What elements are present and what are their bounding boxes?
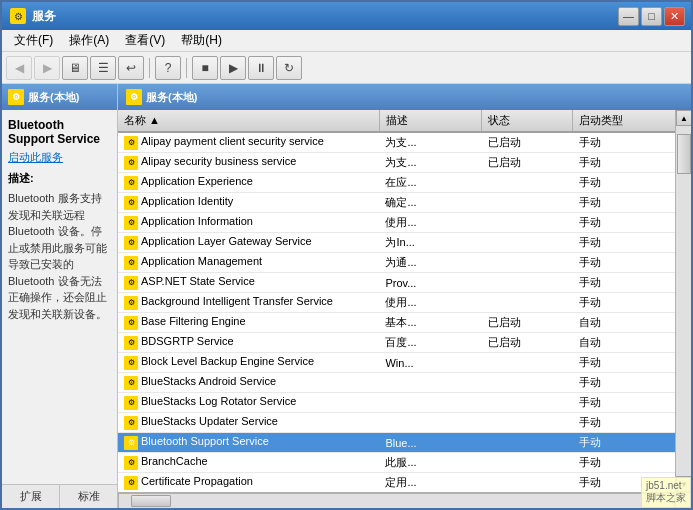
service-name-cell: ⚙BlueStacks Android Service xyxy=(118,373,379,393)
menu-item-H[interactable]: 帮助(H) xyxy=(173,30,230,51)
sidebar-desc-text: Bluetooth 服务支持发现和关联远程 Bluetooth 设备。停止或禁用… xyxy=(8,190,111,322)
service-startup-cell: 自动 xyxy=(573,333,675,353)
service-status-cell xyxy=(482,273,573,293)
services-panel: ⚙ 服务(本地) 名称 ▲ 描述 状态 启动类型 xyxy=(118,84,691,508)
table-row[interactable]: ⚙Base Filtering Engine基本...已启动自动 xyxy=(118,313,675,333)
tab-expand[interactable]: 扩展 xyxy=(2,485,60,508)
service-icon: ⚙ xyxy=(124,436,138,450)
tab-standard[interactable]: 标准 xyxy=(60,485,117,508)
scroll-thumb[interactable] xyxy=(677,134,691,174)
service-icon: ⚙ xyxy=(124,236,138,250)
restart-button[interactable]: ↻ xyxy=(276,56,302,80)
table-row[interactable]: ⚙BranchCache此服...手动 xyxy=(118,453,675,473)
table-row[interactable]: ⚙Application Management为通...手动 xyxy=(118,253,675,273)
service-desc-cell: Blue... xyxy=(379,433,481,453)
service-status-cell xyxy=(482,173,573,193)
computer-button[interactable]: 🖥 xyxy=(62,56,88,80)
back-button[interactable]: ◀ xyxy=(6,56,32,80)
table-row[interactable]: ⚙BlueStacks Log Rotator Service手动 xyxy=(118,393,675,413)
play-button[interactable]: ▶ xyxy=(220,56,246,80)
table-row[interactable]: ⚙Bluetooth Support ServiceBlue...手动 xyxy=(118,433,675,453)
vertical-scrollbar[interactable]: ▲ ▼ xyxy=(675,110,691,492)
sidebar-icon: ⚙ xyxy=(8,89,24,105)
service-startup-cell: 手动 xyxy=(573,173,675,193)
stop-button[interactable]: ■ xyxy=(192,56,218,80)
toolbar-sep-1 xyxy=(149,58,150,78)
col-header-desc[interactable]: 描述 xyxy=(379,110,481,132)
menu-item-A[interactable]: 操作(A) xyxy=(61,30,117,51)
toolbar-sep-2 xyxy=(186,58,187,78)
service-desc-cell xyxy=(379,393,481,413)
service-icon: ⚙ xyxy=(124,336,138,350)
service-icon: ⚙ xyxy=(124,376,138,390)
service-status-cell xyxy=(482,393,573,413)
minimize-button[interactable]: — xyxy=(618,7,639,26)
table-row[interactable]: ⚙Application Layer Gateway Service为In...… xyxy=(118,233,675,253)
service-desc-cell: Prov... xyxy=(379,273,481,293)
table-row[interactable]: ⚙Certificate Propagation定用...手动 xyxy=(118,473,675,493)
service-name-cell: ⚙Background Intelligent Transfer Service xyxy=(118,293,379,313)
menu-item-F[interactable]: 文件(F) xyxy=(6,30,61,51)
table-row[interactable]: ⚙BDSGRTP Service百度...已启动自动 xyxy=(118,333,675,353)
table-row[interactable]: ⚙BlueStacks Updater Service手动 xyxy=(118,413,675,433)
scroll-up-button[interactable]: ▲ xyxy=(676,110,691,126)
menu-item-V[interactable]: 查看(V) xyxy=(117,30,173,51)
h-scroll-thumb[interactable] xyxy=(131,495,171,507)
horizontal-scrollbar[interactable] xyxy=(118,493,675,508)
service-startup-cell: 自动 xyxy=(573,313,675,333)
toolbar: ◀ ▶ 🖥 ☰ ↩ ? ■ ▶ ⏸ ↻ xyxy=(2,52,691,84)
sidebar-service-title: Bluetooth Support Service xyxy=(8,118,111,146)
table-row[interactable]: ⚙Application Identity确定...手动 xyxy=(118,193,675,213)
help-button[interactable]: ? xyxy=(155,56,181,80)
list-button[interactable]: ☰ xyxy=(90,56,116,80)
horizontal-scrollbar-area xyxy=(118,492,691,508)
table-row[interactable]: ⚙Alipay payment client security service为… xyxy=(118,132,675,153)
watermark-line1: jb51.net xyxy=(646,480,686,491)
service-icon: ⚙ xyxy=(124,156,138,170)
pause-button[interactable]: ⏸ xyxy=(248,56,274,80)
service-status-cell xyxy=(482,433,573,453)
table-row[interactable]: ⚙ASP.NET State ServiceProv...手动 xyxy=(118,273,675,293)
service-icon: ⚙ xyxy=(124,296,138,310)
service-status-cell xyxy=(482,413,573,433)
refresh-button[interactable]: ↩ xyxy=(118,56,144,80)
main-content: ⚙ 服务(本地) Bluetooth Support Service 启动此服务… xyxy=(2,84,691,508)
service-name-cell: ⚙BDSGRTP Service xyxy=(118,333,379,353)
service-name-cell: ⚙BlueStacks Log Rotator Service xyxy=(118,393,379,413)
service-status-cell xyxy=(482,453,573,473)
col-header-status[interactable]: 状态 xyxy=(482,110,573,132)
table-row[interactable]: ⚙Application Experience在应...手动 xyxy=(118,173,675,193)
service-desc-cell: 百度... xyxy=(379,333,481,353)
service-icon: ⚙ xyxy=(124,416,138,430)
table-row[interactable]: ⚙Block Level Backup Engine ServiceWin...… xyxy=(118,353,675,373)
service-name-cell: ⚙BlueStacks Updater Service xyxy=(118,413,379,433)
sidebar-header: ⚙ 服务(本地) xyxy=(2,84,117,110)
service-desc-cell: 使用... xyxy=(379,213,481,233)
service-name-cell: ⚙Application Experience xyxy=(118,173,379,193)
service-status-cell xyxy=(482,213,573,233)
close-button[interactable]: ✕ xyxy=(664,7,685,26)
service-desc-cell: 在应... xyxy=(379,173,481,193)
table-row[interactable]: ⚙BlueStacks Android Service手动 xyxy=(118,373,675,393)
service-name-cell: ⚙Application Management xyxy=(118,253,379,273)
start-service-link[interactable]: 启动此服务 xyxy=(8,150,111,165)
table-row[interactable]: ⚙Alipay security business service为支...已启… xyxy=(118,153,675,173)
col-header-startup[interactable]: 启动类型 xyxy=(573,110,675,132)
table-row[interactable]: ⚙Application Information使用...手动 xyxy=(118,213,675,233)
service-name-cell: ⚙Application Information xyxy=(118,213,379,233)
service-startup-cell: 手动 xyxy=(573,153,675,173)
service-desc-cell: 基本... xyxy=(379,313,481,333)
service-startup-cell: 手动 xyxy=(573,293,675,313)
service-status-cell: 已启动 xyxy=(482,333,573,353)
sidebar-desc-title: 描述: xyxy=(8,171,111,186)
forward-button[interactable]: ▶ xyxy=(34,56,60,80)
service-desc-cell xyxy=(379,373,481,393)
service-status-cell: 已启动 xyxy=(482,153,573,173)
service-startup-cell: 手动 xyxy=(573,393,675,413)
service-icon: ⚙ xyxy=(124,176,138,190)
table-row[interactable]: ⚙Background Intelligent Transfer Service… xyxy=(118,293,675,313)
maximize-button[interactable]: □ xyxy=(641,7,662,26)
col-header-name[interactable]: 名称 ▲ xyxy=(118,110,379,132)
service-startup-cell: 手动 xyxy=(573,213,675,233)
service-status-cell xyxy=(482,233,573,253)
